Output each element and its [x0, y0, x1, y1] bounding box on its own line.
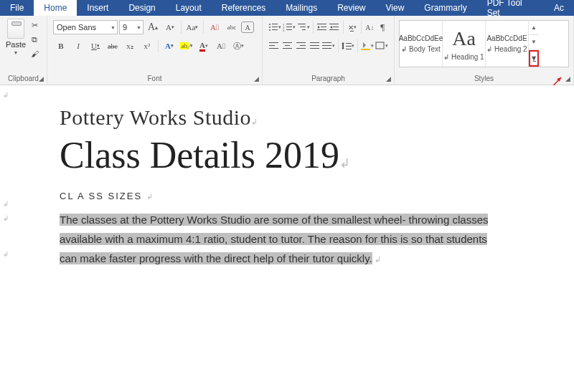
- svg-rect-34: [322, 45, 331, 46]
- borders-button[interactable]: ▾: [375, 39, 388, 53]
- cut-button[interactable]: ✂: [29, 19, 40, 31]
- svg-rect-14: [302, 29, 306, 30]
- svg-rect-12: [298, 24, 306, 24]
- clipboard-icon: [7, 19, 24, 39]
- increase-indent-button[interactable]: [329, 20, 340, 34]
- grow-font-button[interactable]: A▴: [145, 20, 161, 34]
- styles-scroll-up[interactable]: ▲: [529, 21, 539, 35]
- tab-insert[interactable]: Insert: [77, 0, 118, 16]
- doc-subtitle[interactable]: Pottery Works Studio↲: [60, 105, 495, 130]
- italic-button[interactable]: I: [70, 39, 86, 53]
- svg-rect-27: [296, 42, 306, 43]
- group-font-label: Font: [50, 73, 259, 85]
- superscript-button[interactable]: x²: [139, 39, 155, 53]
- tab-acrobat[interactable]: Ac: [544, 0, 574, 16]
- clear-formatting-button[interactable]: A⃠: [207, 20, 222, 34]
- styles-expand-button[interactable]: ▼̲: [529, 50, 539, 67]
- svg-rect-21: [269, 42, 278, 43]
- change-case-button[interactable]: Aa▾: [184, 20, 200, 34]
- tab-review[interactable]: Review: [327, 0, 375, 16]
- group-styles: AaBbCcDdEe ↲ Body Text Aa ↲ Heading 1 Aa…: [395, 16, 574, 85]
- svg-rect-22: [269, 45, 275, 46]
- tab-grammarly[interactable]: Grammarly: [414, 0, 476, 16]
- align-center-button[interactable]: [282, 39, 294, 53]
- shrink-font-button[interactable]: A▾: [162, 20, 178, 34]
- multilevel-list-button[interactable]: ▾: [297, 20, 310, 34]
- svg-point-2: [269, 27, 270, 28]
- svg-rect-38: [346, 46, 352, 47]
- svg-point-4: [269, 29, 270, 31]
- strikethrough-button[interactable]: abc: [105, 39, 121, 53]
- distributed-button[interactable]: ▾: [322, 39, 335, 53]
- tab-layout[interactable]: Layout: [166, 0, 212, 16]
- tab-home[interactable]: Home: [34, 0, 77, 16]
- svg-rect-33: [322, 42, 331, 43]
- style-heading-2[interactable]: AaBbCcDdE ↲ Heading 2: [486, 21, 529, 67]
- style-heading-1[interactable]: Aa ↲ Heading 1: [443, 21, 486, 67]
- align-left-button[interactable]: [268, 39, 281, 53]
- format-painter-button[interactable]: 🖌: [29, 48, 40, 59]
- tab-file[interactable]: File: [0, 0, 34, 16]
- paste-button[interactable]: Paste ▼: [3, 17, 29, 55]
- tab-pdftoolset[interactable]: PDF Tool Set: [477, 0, 544, 16]
- font-size-value: 9: [123, 23, 127, 32]
- font-name-combo[interactable]: Open Sans▼: [53, 20, 118, 34]
- decrease-indent-button[interactable]: [316, 20, 328, 34]
- char-shading-button[interactable]: A⃞: [213, 39, 229, 53]
- svg-rect-13: [300, 27, 306, 27]
- align-right-button[interactable]: [296, 39, 308, 53]
- char-border-button[interactable]: Ⓐ▾: [230, 39, 246, 53]
- paragraph-dialog-launcher[interactable]: ◢: [384, 75, 392, 83]
- styles-dialog-launcher[interactable]: ◢: [563, 75, 572, 83]
- subscript-button[interactable]: x₂: [122, 39, 138, 53]
- styles-scroll-down[interactable]: ▼: [529, 35, 539, 49]
- highlight-button[interactable]: ab⁄▾: [179, 39, 194, 53]
- bullets-button[interactable]: ▾: [268, 20, 281, 34]
- tab-design[interactable]: Design: [118, 0, 165, 16]
- enclose-chars-button[interactable]: A: [241, 21, 254, 33]
- shading-button[interactable]: ▾: [361, 39, 374, 53]
- svg-rect-1: [272, 24, 278, 24]
- svg-rect-7: [286, 24, 292, 24]
- svg-rect-25: [285, 45, 290, 46]
- underline-button[interactable]: U▾: [88, 39, 103, 53]
- svg-rect-35: [322, 48, 331, 49]
- svg-text:3: 3: [283, 29, 285, 32]
- copy-button[interactable]: ⧉: [29, 34, 40, 45]
- tab-view[interactable]: View: [376, 0, 415, 16]
- svg-rect-41: [376, 42, 384, 49]
- svg-rect-19: [333, 27, 339, 27]
- tab-references[interactable]: References: [212, 0, 276, 16]
- svg-rect-30: [310, 42, 319, 43]
- numbering-button[interactable]: 123▾: [283, 20, 296, 34]
- phonetic-guide-button[interactable]: abc: [224, 20, 240, 34]
- document-area[interactable]: ↲ ↲ ↲ ↲ Pottery Works Studio↲ Class Deta…: [0, 85, 574, 392]
- ribbon-tabs: File Home Insert Design Layout Reference…: [0, 0, 574, 16]
- style-body-text[interactable]: AaBbCcDdEe ↲ Body Text: [400, 21, 443, 67]
- doc-title[interactable]: Class Details 2019↲: [60, 134, 495, 176]
- bold-button[interactable]: B: [53, 39, 69, 53]
- doc-heading[interactable]: CL A SS SIZES ↲: [60, 191, 495, 201]
- text-effects-button[interactable]: A▾: [161, 39, 177, 53]
- styles-gallery: AaBbCcDdEe ↲ Body Text Aa ↲ Heading 1 Aa…: [399, 20, 569, 67]
- line-spacing-button[interactable]: ▾: [342, 39, 354, 53]
- paste-label: Paste: [6, 40, 26, 49]
- sort-button[interactable]: A↓: [364, 20, 375, 34]
- paragraph-mark: ↲: [3, 250, 9, 258]
- asian-layout-button[interactable]: ✕̲▾: [347, 20, 358, 34]
- font-size-combo[interactable]: 9▼: [119, 20, 144, 34]
- justify-button[interactable]: [309, 39, 321, 53]
- tab-mailings[interactable]: Mailings: [276, 0, 327, 16]
- group-font: Open Sans▼ 9▼ A▴ A▾ Aa▾ A⃠ abc A B I U▾ …: [47, 16, 263, 85]
- svg-rect-15: [317, 24, 326, 24]
- font-color-button[interactable]: A▾: [196, 39, 212, 53]
- paragraph-mark: ↲: [3, 91, 9, 99]
- clipboard-dialog-launcher[interactable]: ◢: [37, 75, 45, 83]
- show-marks-button[interactable]: ¶: [377, 20, 388, 34]
- svg-point-0: [269, 24, 270, 25]
- svg-rect-11: [286, 29, 292, 30]
- svg-rect-5: [272, 29, 278, 30]
- doc-paragraph[interactable]: The classes at the Pottery Works Studio …: [60, 210, 495, 268]
- font-dialog-launcher[interactable]: ◢: [252, 75, 260, 83]
- svg-rect-40: [361, 49, 370, 50]
